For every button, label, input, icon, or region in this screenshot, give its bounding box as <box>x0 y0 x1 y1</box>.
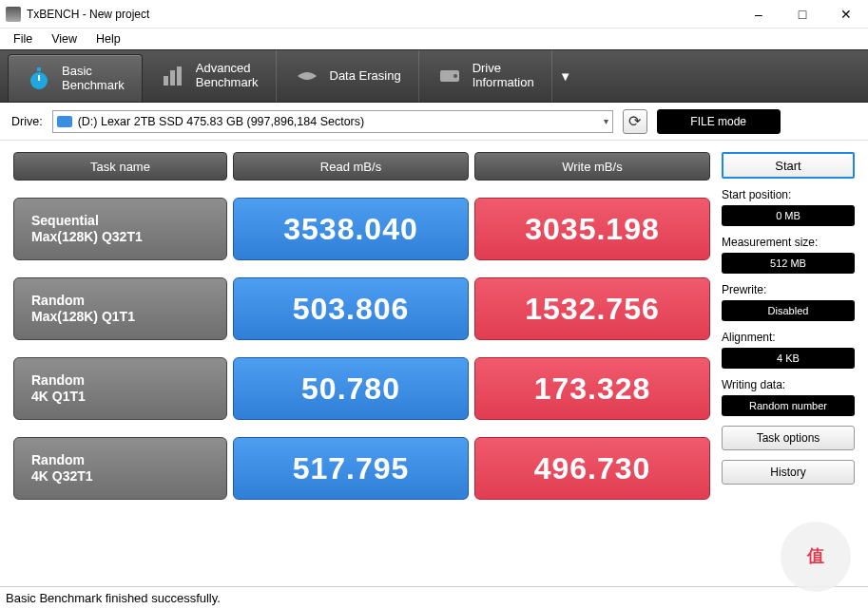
alignment-value[interactable]: 4 KB <box>722 348 855 369</box>
tab-label: Advanced <box>196 61 251 75</box>
read-value: 3538.040 <box>233 198 469 260</box>
status-text: Basic Benchmark finished successfully. <box>6 591 221 605</box>
table-row: Sequential Max(128K) Q32T1 3538.040 3035… <box>13 198 710 260</box>
writing-data-label: Writing data: <box>722 378 855 391</box>
write-value: 496.730 <box>474 437 710 500</box>
alignment-label: Alignment: <box>722 331 855 344</box>
tab-label: Information <box>473 75 534 89</box>
tab-basic-benchmark[interactable]: BasicBenchmark <box>8 54 143 102</box>
disk-icon <box>57 116 72 127</box>
table-row: Random 4K Q32T1 517.795 496.730 <box>13 437 710 500</box>
drive-label: Drive: <box>11 115 43 128</box>
app-icon <box>6 7 21 22</box>
menubar: File View Help <box>0 29 868 49</box>
task-name-cell: Sequential Max(128K) Q32T1 <box>13 198 227 260</box>
svg-rect-3 <box>164 76 168 86</box>
write-value: 3035.198 <box>474 198 710 260</box>
tab-label: Benchmark <box>196 75 259 89</box>
menu-file[interactable]: File <box>4 30 42 48</box>
results-table: Task name Read mB/s Write mB/s Sequentia… <box>13 152 710 500</box>
measurement-size-label: Measurement size: <box>722 236 855 249</box>
prewrite-value[interactable]: Disabled <box>722 300 855 321</box>
header-task: Task name <box>13 152 227 181</box>
stopwatch-icon <box>26 66 52 92</box>
read-value: 50.780 <box>233 357 469 420</box>
window-controls: – □ ✕ <box>737 0 868 28</box>
drive-select[interactable]: (D:) Lexar 2TB SSD 475.83 GB (997,896,18… <box>52 110 613 133</box>
task-options-button[interactable]: Task options <box>722 426 855 450</box>
tab-label: Data Erasing <box>330 69 401 84</box>
header-write: Write mB/s <box>474 152 710 181</box>
reload-button[interactable]: ⟳ <box>623 109 647 134</box>
tab-advanced-benchmark[interactable]: AdvancedBenchmark <box>143 50 277 102</box>
statusbar: Basic Benchmark finished successfully. <box>0 586 868 609</box>
task-name-cell: Random 4K Q1T1 <box>13 357 227 420</box>
menu-help[interactable]: Help <box>87 30 130 48</box>
drive-icon <box>436 63 463 89</box>
table-row: Random 4K Q1T1 50.780 173.328 <box>13 357 710 420</box>
titlebar: TxBENCH - New project – □ ✕ <box>0 0 868 29</box>
svg-rect-5 <box>177 67 182 86</box>
maximize-button[interactable]: □ <box>781 0 824 29</box>
read-value: 503.806 <box>233 277 469 340</box>
measurement-size-value[interactable]: 512 MB <box>722 253 855 274</box>
tab-label: Basic <box>62 64 92 78</box>
svg-rect-4 <box>170 70 175 86</box>
window-title: TxBENCH - New project <box>27 8 737 21</box>
table-row: Random Max(128K) Q1T1 503.806 1532.756 <box>13 277 710 340</box>
svg-point-7 <box>453 74 457 78</box>
tab-label: Benchmark <box>62 78 125 92</box>
results-header: Task name Read mB/s Write mB/s <box>13 152 710 181</box>
write-value: 1532.756 <box>474 277 710 340</box>
start-position-label: Start position: <box>722 188 855 201</box>
bar-chart-icon <box>160 63 186 89</box>
file-mode-button[interactable]: FILE mode <box>657 109 781 134</box>
menu-view[interactable]: View <box>42 30 87 48</box>
writing-data-value[interactable]: Random number <box>722 395 855 416</box>
drive-selector-row: Drive: (D:) Lexar 2TB SSD 475.83 GB (997… <box>0 103 868 141</box>
sidebar: Start Start position: 0 MB Measurement s… <box>722 152 855 500</box>
toolbar-overflow[interactable]: ▼ <box>552 50 579 102</box>
svg-rect-1 <box>37 67 41 71</box>
task-name-cell: Random Max(128K) Q1T1 <box>13 277 227 340</box>
prewrite-label: Prewrite: <box>722 283 855 296</box>
read-value: 517.795 <box>233 437 469 500</box>
start-button[interactable]: Start <box>722 152 855 179</box>
tab-data-erasing[interactable]: Data Erasing <box>277 50 419 102</box>
chevron-down-icon: ▾ <box>604 116 608 126</box>
history-button[interactable]: History <box>722 460 855 485</box>
watermark: 值 <box>781 522 851 592</box>
drive-select-text: (D:) Lexar 2TB SSD 475.83 GB (997,896,18… <box>78 115 365 128</box>
header-read: Read mB/s <box>233 152 469 181</box>
write-value: 173.328 <box>474 357 710 420</box>
refresh-icon: ⟳ <box>628 112 641 130</box>
minimize-button[interactable]: – <box>737 0 781 29</box>
erase-icon <box>294 63 320 89</box>
content: Task name Read mB/s Write mB/s Sequentia… <box>0 141 868 500</box>
start-position-value[interactable]: 0 MB <box>722 205 855 226</box>
tab-label: Drive <box>473 61 501 75</box>
toolbar: BasicBenchmark AdvancedBenchmark Data Er… <box>0 49 868 103</box>
tab-drive-information[interactable]: DriveInformation <box>419 50 552 102</box>
task-name-cell: Random 4K Q32T1 <box>13 437 227 500</box>
close-button[interactable]: ✕ <box>824 0 868 29</box>
